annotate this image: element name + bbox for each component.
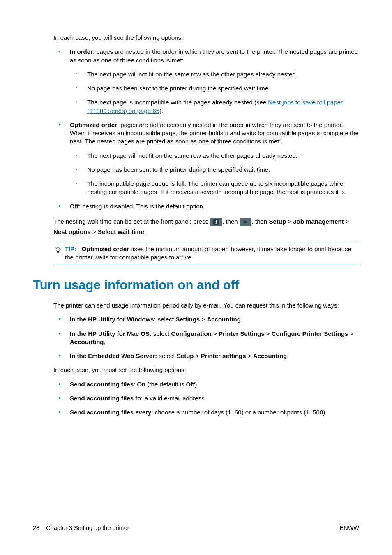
u1a: In the HP Utility for Windows: bbox=[70, 316, 156, 323]
u2e: Printer Settings bbox=[219, 330, 265, 337]
in-order-sub2: No page has been sent to the printer dur… bbox=[70, 84, 359, 92]
usage-way-macos: In the HP Utility for Mac OS: select Con… bbox=[53, 330, 359, 347]
u3e: Printer settings bbox=[201, 352, 246, 359]
svg-point-0 bbox=[56, 247, 60, 251]
option-in-order: In order: pages are nested in the order … bbox=[53, 48, 359, 115]
u2j: . bbox=[104, 338, 106, 345]
set-send-to: Send accounting files to: a valid e-mail… bbox=[53, 394, 359, 402]
s1c: On bbox=[137, 381, 145, 388]
u3d: > bbox=[194, 352, 201, 359]
wait-nest: Nest options bbox=[53, 228, 91, 235]
in-order-sublist: The next page will not fit on the same r… bbox=[70, 70, 359, 115]
s2a: Send accounting files to bbox=[70, 395, 141, 402]
optimized-sublist: The next page will not fit on the same r… bbox=[70, 152, 359, 197]
wrench-icon bbox=[240, 218, 251, 226]
options-list: In order: pages are nested in the order … bbox=[53, 48, 359, 210]
section-heading: Turn usage information on and off bbox=[33, 277, 359, 294]
u2a: In the HP Utility for Mac OS: bbox=[70, 330, 152, 337]
u2f: > bbox=[265, 330, 272, 337]
optimized-sub1: The next page will not fit on the same r… bbox=[70, 152, 359, 160]
in-order-label: In order bbox=[70, 48, 93, 55]
usage-ways-list: In the HP Utility for Windows: select Se… bbox=[53, 315, 359, 360]
in-order-text: : pages are nested in the order in which… bbox=[70, 48, 358, 63]
optimized-sub2: No page has been sent to the printer dur… bbox=[70, 166, 359, 174]
u2g: Configure Printer Settings bbox=[272, 330, 348, 337]
wait-select: Select wait time bbox=[98, 228, 144, 235]
off-text: : nesting is disabled. This is the defau… bbox=[79, 203, 205, 210]
s1d: (the default is bbox=[145, 381, 186, 388]
off-label: Off bbox=[70, 203, 79, 210]
lightbulb-icon bbox=[53, 246, 63, 255]
usage-way-windows: In the HP Utility for Windows: select Se… bbox=[53, 315, 359, 324]
optimized-label: Optimized order bbox=[70, 121, 117, 128]
wait-end: . bbox=[144, 228, 146, 235]
io-sub3-a: The next page is incompatible with the p… bbox=[87, 99, 268, 106]
page-footer: 28 Chapter 3 Setting up the printer ENWW bbox=[33, 525, 359, 531]
s3a: Send accounting files every bbox=[70, 409, 151, 416]
set-options-list: Send accounting files: On (the default i… bbox=[53, 380, 359, 417]
set-send-every: Send accounting files every: choose a nu… bbox=[53, 408, 359, 416]
wait-time-paragraph: The nesting wait time can be set at the … bbox=[53, 216, 359, 237]
u2c: Configuration bbox=[171, 330, 211, 337]
option-optimized: Optimized order: pages are not necessari… bbox=[53, 121, 359, 197]
u3g: Accounting bbox=[253, 352, 287, 359]
u1c: Settings bbox=[175, 316, 200, 323]
must-set-text: In each case, you must set the following… bbox=[53, 366, 359, 374]
wait-job: Job management bbox=[293, 218, 344, 225]
set-send-files: Send accounting files: On (the default i… bbox=[53, 380, 359, 388]
optimized-sub3: The incompatible-page queue is full. The… bbox=[70, 180, 359, 197]
s3b: : choose a number of days (1–60) or a nu… bbox=[151, 409, 325, 416]
wait-setup: Setup bbox=[269, 218, 286, 225]
u2h: > bbox=[348, 330, 353, 337]
u1b: select bbox=[156, 316, 176, 323]
info-icon bbox=[210, 218, 222, 226]
footer-chapter: Chapter 3 Setting up the printer bbox=[46, 525, 129, 531]
footer-page-number: 28 bbox=[33, 525, 39, 531]
in-order-sub1: The next page will not fit on the same r… bbox=[70, 70, 359, 79]
u2d: > bbox=[212, 330, 219, 337]
u3b: select bbox=[157, 352, 177, 359]
u3c: Setup bbox=[177, 352, 194, 359]
tip-text: TIP: Optimized order uses the minimum am… bbox=[65, 245, 359, 262]
u3h: . bbox=[287, 352, 288, 359]
wait-gt3: > bbox=[91, 228, 98, 235]
wait-a: The nesting wait time can be set at the … bbox=[53, 218, 210, 225]
u3a: In the Embedded Web Server: bbox=[70, 352, 157, 359]
wait-gt2: > bbox=[344, 218, 349, 225]
s1f: ) bbox=[195, 381, 197, 388]
tip-bold: Optimized order bbox=[82, 245, 129, 252]
wait-b: , then bbox=[222, 218, 240, 225]
option-off: Off: nesting is disabled. This is the de… bbox=[53, 202, 359, 210]
footer-right: ENWW bbox=[339, 525, 359, 531]
u1f: . bbox=[241, 316, 242, 323]
usage-intro: The printer can send usage information p… bbox=[53, 301, 359, 310]
u2b: select bbox=[152, 330, 171, 337]
footer-left: 28 Chapter 3 Setting up the printer bbox=[33, 525, 129, 531]
in-order-sub3: The next page is incompatible with the p… bbox=[70, 98, 359, 115]
wait-gt1: > bbox=[286, 218, 293, 225]
u3f: > bbox=[246, 352, 253, 359]
tip-box: TIP: Optimized order uses the minimum am… bbox=[53, 243, 359, 265]
io-sub3-b: ). bbox=[159, 107, 163, 114]
u2i: Accounting bbox=[70, 338, 104, 345]
s2b: : a valid e-mail address bbox=[141, 395, 204, 402]
wait-c: , then bbox=[252, 218, 269, 225]
u1e: Accounting bbox=[207, 316, 241, 323]
u1d: > bbox=[200, 316, 207, 323]
s1e: Off bbox=[186, 381, 195, 388]
s1a: Send accounting files bbox=[70, 381, 134, 388]
tip-label: TIP: bbox=[65, 245, 76, 252]
usage-way-ews: In the Embedded Web Server: select Setup… bbox=[53, 352, 359, 360]
intro-text: In each case, you will see the following… bbox=[53, 34, 359, 42]
